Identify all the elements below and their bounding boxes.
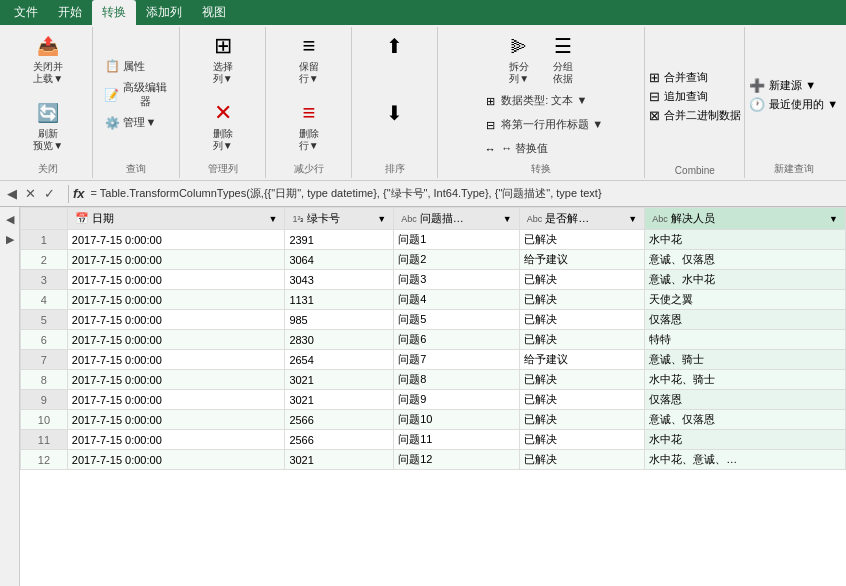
- manage-col-content: ⊞ 选择列▼ ✕ 删除列▼: [186, 29, 259, 160]
- formula-nav-prev[interactable]: ◀: [4, 185, 20, 202]
- table-row[interactable]: 52017-7-15 0:00:00985问题5已解决仅落恩: [21, 310, 846, 330]
- person-sort-btn[interactable]: ▼: [829, 214, 838, 224]
- table-row[interactable]: 112017-7-15 0:00:002566问题11已解决水中花: [21, 430, 846, 450]
- cell-issue: 问题2: [394, 250, 520, 270]
- reduce-row-content: ≡ 保留行▼ ≡ 删除行▼: [272, 29, 345, 160]
- col-header-card[interactable]: 1²₃ 绿卡号 ▼: [285, 208, 394, 230]
- cell-date: 2017-7-15 0:00:00: [67, 290, 285, 310]
- add-query-button[interactable]: ⊟ 追加查询: [646, 88, 711, 105]
- left-tb-nav1[interactable]: ◀: [2, 211, 18, 227]
- split-col-label: 拆分列▼: [509, 61, 529, 85]
- delete-col-icon: ✕: [209, 99, 237, 127]
- ribbon-group-new-query: ➕ 新建源 ▼ 🕐 最近使用的 ▼ 新建查询: [745, 27, 842, 178]
- table-body: 12017-7-15 0:00:002391问题1已解决水中花22017-7-1…: [21, 230, 846, 470]
- select-col-icon: ⊞: [209, 32, 237, 60]
- sort-asc-icon: ⬆: [381, 32, 409, 60]
- recent-used-icon: 🕐: [749, 97, 765, 112]
- combine-label: Combine: [675, 163, 715, 176]
- table-row[interactable]: 92017-7-15 0:00:003021问题9已解决仅落恩: [21, 390, 846, 410]
- delete-col-button[interactable]: ✕ 删除列▼: [203, 96, 243, 155]
- date-sort-btn[interactable]: ▼: [268, 214, 277, 224]
- table-row[interactable]: 42017-7-15 0:00:001131问题4已解决天使之翼: [21, 290, 846, 310]
- table-row[interactable]: 22017-7-15 0:00:003064问题2给予建议意诚、仅落恩: [21, 250, 846, 270]
- issue-sort-btn[interactable]: ▼: [503, 214, 512, 224]
- col-header-issue[interactable]: Abc 问题描… ▼: [394, 208, 520, 230]
- cell-resolved: 已解决: [519, 330, 645, 350]
- cell-person: 意诚、仅落恩: [645, 250, 846, 270]
- cell-issue: 问题5: [394, 310, 520, 330]
- close-load-button[interactable]: 📤 关闭并上载▼: [27, 29, 69, 88]
- table-row[interactable]: 82017-7-15 0:00:003021问题8已解决水中花、骑士: [21, 370, 846, 390]
- sort-desc-button[interactable]: ⬇: [375, 96, 415, 130]
- tab-view[interactable]: 视图: [192, 0, 236, 25]
- cell-card: 2654: [285, 350, 394, 370]
- ribbon-tabs: 文件 开始 转换 添加列 视图: [0, 0, 846, 25]
- formula-close-btn[interactable]: ✕: [22, 185, 39, 202]
- date-col-label: 日期: [92, 211, 114, 226]
- resolved-col-label: 是否解…: [545, 211, 589, 226]
- card-col-label: 绿卡号: [307, 211, 340, 226]
- keep-row-button[interactable]: ≡ 保留行▼: [289, 29, 329, 88]
- cell-card: 2566: [285, 430, 394, 450]
- delete-row-button[interactable]: ≡ 删除行▼: [289, 96, 329, 155]
- sort-asc-button[interactable]: ⬆: [375, 29, 415, 63]
- cell-card: 3021: [285, 390, 394, 410]
- table-area[interactable]: 📅 日期 ▼ 1²₃ 绿卡号 ▼: [20, 207, 846, 586]
- new-source-label: 新建源 ▼: [769, 78, 816, 93]
- table-row[interactable]: 122017-7-15 0:00:003021问题12已解决水中花、意诚、…: [21, 450, 846, 470]
- row-num-cell: 11: [21, 430, 68, 450]
- tab-add-col[interactable]: 添加列: [136, 0, 192, 25]
- resolved-sort-btn[interactable]: ▼: [628, 214, 637, 224]
- replace-val-button[interactable]: ↔ ↔ 替换值: [477, 138, 607, 160]
- row-num-cell: 7: [21, 350, 68, 370]
- table-row[interactable]: 32017-7-15 0:00:003043问题3已解决意诚、水中花: [21, 270, 846, 290]
- manage-button[interactable]: ⚙️ 管理▼: [99, 112, 160, 134]
- col-header-resolved[interactable]: Abc 是否解… ▼: [519, 208, 645, 230]
- advanced-editor-button[interactable]: 📝 高级编辑器: [99, 79, 173, 109]
- tab-home[interactable]: 开始: [48, 0, 92, 25]
- group-by-button[interactable]: ☰ 分组依据: [543, 29, 583, 88]
- select-col-button[interactable]: ⊞ 选择列▼: [203, 29, 243, 88]
- merge-binary-label: 合并二进制数据: [664, 108, 741, 123]
- cell-resolved: 给予建议: [519, 350, 645, 370]
- merge-query-button[interactable]: ⊞ 合并查询: [646, 69, 711, 86]
- tab-transform[interactable]: 转换: [92, 0, 136, 25]
- cell-card: 3064: [285, 250, 394, 270]
- cell-issue: 问题6: [394, 330, 520, 350]
- cell-date: 2017-7-15 0:00:00: [67, 410, 285, 430]
- col-header-person[interactable]: Abc 解决人员 ▼: [645, 208, 846, 230]
- cell-issue: 问题4: [394, 290, 520, 310]
- formula-bar: ◀ ✕ ✓ fx = Table.TransformColumnTypes(源,…: [0, 181, 846, 207]
- first-row-header-icon: ⊟: [481, 116, 499, 134]
- cell-date: 2017-7-15 0:00:00: [67, 330, 285, 350]
- card-sort-btn[interactable]: ▼: [377, 214, 386, 224]
- cell-date: 2017-7-15 0:00:00: [67, 430, 285, 450]
- table-row[interactable]: 12017-7-15 0:00:002391问题1已解决水中花: [21, 230, 846, 250]
- refresh-preview-button[interactable]: 🔄 刷新预览▼: [27, 96, 69, 155]
- refresh-icon: 🔄: [34, 99, 62, 127]
- new-source-button[interactable]: ➕ 新建源 ▼: [746, 77, 819, 94]
- cell-date: 2017-7-15 0:00:00: [67, 250, 285, 270]
- transform-content: ⫸ 拆分列▼ ☰ 分组依据 ⊞ 数据类型: 文本 ▼: [444, 29, 638, 160]
- data-type-button[interactable]: ⊞ 数据类型: 文本 ▼: [477, 90, 607, 112]
- properties-button[interactable]: 📋 属性: [99, 55, 149, 77]
- delete-col-label: 删除列▼: [213, 128, 233, 152]
- manage-col-label: 管理列: [208, 160, 238, 176]
- formula-bar-content[interactable]: = Table.TransformColumnTypes(源,{{"日期", t…: [91, 186, 842, 201]
- reduce-row-label: 减少行: [294, 160, 324, 176]
- merge-binary-button[interactable]: ⊠ 合并二进制数据: [646, 107, 744, 124]
- tab-file[interactable]: 文件: [4, 0, 48, 25]
- table-row[interactable]: 102017-7-15 0:00:002566问题10已解决意诚、仅落恩: [21, 410, 846, 430]
- split-col-button[interactable]: ⫸ 拆分列▼: [499, 29, 539, 88]
- left-tb-nav2[interactable]: ▶: [2, 231, 18, 247]
- col-header-date[interactable]: 📅 日期 ▼: [67, 208, 285, 230]
- recent-used-button[interactable]: 🕐 最近使用的 ▼: [746, 96, 841, 113]
- delete-row-icon: ≡: [295, 99, 323, 127]
- cell-issue: 问题12: [394, 450, 520, 470]
- formula-check-btn[interactable]: ✓: [41, 185, 58, 202]
- first-row-header-button[interactable]: ⊟ 将第一行用作标题 ▼: [477, 114, 607, 136]
- cell-person: 意诚、水中花: [645, 270, 846, 290]
- replace-val-icon: ↔: [481, 140, 499, 158]
- table-row[interactable]: 62017-7-15 0:00:002830问题6已解决特特: [21, 330, 846, 350]
- table-row[interactable]: 72017-7-15 0:00:002654问题7给予建议意诚、骑士: [21, 350, 846, 370]
